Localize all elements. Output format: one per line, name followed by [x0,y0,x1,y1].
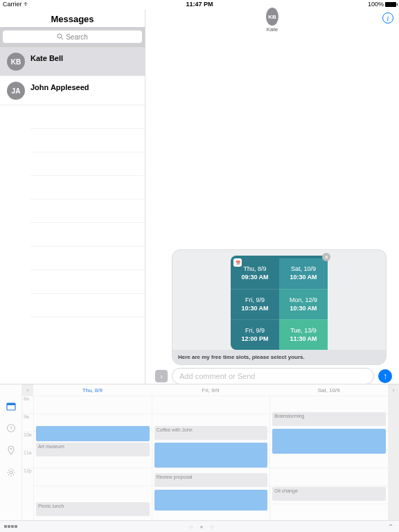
calendar-event[interactable]: Coffee with John [154,426,268,440]
conversation-kate[interactable]: KB Kate Bell [0,47,145,76]
day-column-thu[interactable]: Art museumPicnic lunch [33,396,152,520]
slot[interactable]: Mon, 12/910:30 AM [279,289,328,319]
expand-button[interactable]: › [155,370,168,382]
divider [30,294,145,317]
calendar-event[interactable]: Art museum [36,443,150,456]
calendar-icon[interactable] [6,401,16,411]
slot[interactable]: Fri, 9/912:00 PM [231,319,279,350]
message-input[interactable]: Add comment or Send [172,368,374,384]
settings-icon[interactable] [6,468,16,477]
slot[interactable]: Fri, 9/910:30 AM [231,289,279,319]
calendar-event[interactable]: Brainstorming [272,412,386,426]
search-placeholder: Search [66,33,88,41]
divider [30,200,145,223]
day-column-overflow [388,396,399,520]
avatar: KB [7,53,25,71]
next-day-button[interactable]: › [388,384,399,396]
calendar-event[interactable]: Picnic lunch [36,502,150,516]
svg-line-1 [62,38,64,40]
conversation-name: John Appleseed [30,82,89,91]
location-icon[interactable] [6,445,16,455]
day-header[interactable]: Sat, 10/9 [269,384,388,396]
status-bar: Carrier ᯤ 11:47 PM 100% [0,0,399,10]
expand-drawer-icon[interactable]: ⌃ [388,523,393,531]
close-icon[interactable]: ✕ [322,253,330,261]
battery-label: 100% [368,1,384,8]
divider [30,247,145,270]
calendar-body: ‹ Thu, 8/9 Fri, 9/9 Sat, 10/9 › 8a9a10a1… [22,384,399,520]
day-column-fri[interactable]: Coffee with JohnReview proposal [152,396,270,520]
day-header[interactable]: Fri, 9/9 [152,384,270,396]
calendar-event[interactable] [36,426,150,441]
svg-rect-3 [7,403,15,405]
calendar-event[interactable]: Review proposal [154,473,268,487]
timeslot-grid: 📅 ✕ Thu, 8/909:30 AM Sat, 10/910:30 AM F… [231,256,328,350]
app-grid-icon[interactable] [4,525,18,528]
conversations-sidebar: Messages Search KB Kate Bell JA John App… [0,10,145,384]
divider [30,129,145,152]
calendar-toolbar [0,384,22,520]
sidebar-title: Messages [0,10,145,27]
search-field[interactable]: Search [3,30,142,43]
chat-header: KB Kate i [145,10,399,30]
conversation-john[interactable]: JA John Appleseed [0,76,145,105]
prev-day-button[interactable]: ‹ [22,384,33,396]
avatar: JA [7,82,25,100]
page-indicator[interactable]: ○ ● ○ [18,524,388,530]
conversation-name: Kate Bell [30,53,63,62]
day-column-sat[interactable]: BrainstormingOil change [269,396,388,520]
divider [30,223,145,247]
search-wrapper: Search [0,27,145,47]
clock-icon[interactable] [6,423,16,433]
calendar-extension: ‹ Thu, 8/9 Fri, 9/9 Sat, 10/9 › 8a9a10a1… [0,384,399,520]
slot[interactable]: Sat, 10/910:30 AM [279,258,328,289]
search-icon [57,33,64,40]
divider [30,176,145,200]
calendar-event[interactable] [154,490,268,511]
slot[interactable]: Tue, 13/911:30 AM [279,319,328,350]
divider [30,270,145,294]
clock: 11:47 PM [0,1,399,8]
chat-header-name: Kate [267,26,278,33]
hour-labels: 8a9a10a11a12p [22,396,33,520]
info-button[interactable]: i [382,12,393,24]
chat-header-avatar[interactable]: KB [266,8,278,26]
svg-point-6 [10,471,12,474]
extension-app-icon: 📅 [233,258,242,267]
day-header[interactable]: Thu, 8/9 [33,384,152,396]
battery-icon [385,2,396,7]
svg-point-0 [57,34,62,38]
divider [30,152,145,176]
composer: 📅 ✕ Thu, 8/909:30 AM Sat, 10/910:30 AM F… [172,249,392,384]
svg-point-5 [10,448,12,450]
attachment-card: 📅 ✕ Thu, 8/909:30 AM Sat, 10/910:30 AM F… [172,249,387,365]
divider [30,105,145,129]
day-headers: ‹ Thu, 8/9 Fri, 9/9 Sat, 10/9 › [22,384,399,396]
calendar-event[interactable] [154,443,268,468]
app-switcher-bar: ○ ● ○ ⌃ [0,520,399,532]
send-button[interactable]: ↑ [378,369,392,383]
calendar-event[interactable]: Oil change [272,487,386,501]
chat-panel: KB Kate i 📅 ✕ Thu, 8/909:30 AM Sat, 10/9… [145,10,399,384]
calendar-event[interactable] [272,429,386,454]
card-caption: Here are my free time slots, please sele… [172,350,386,364]
